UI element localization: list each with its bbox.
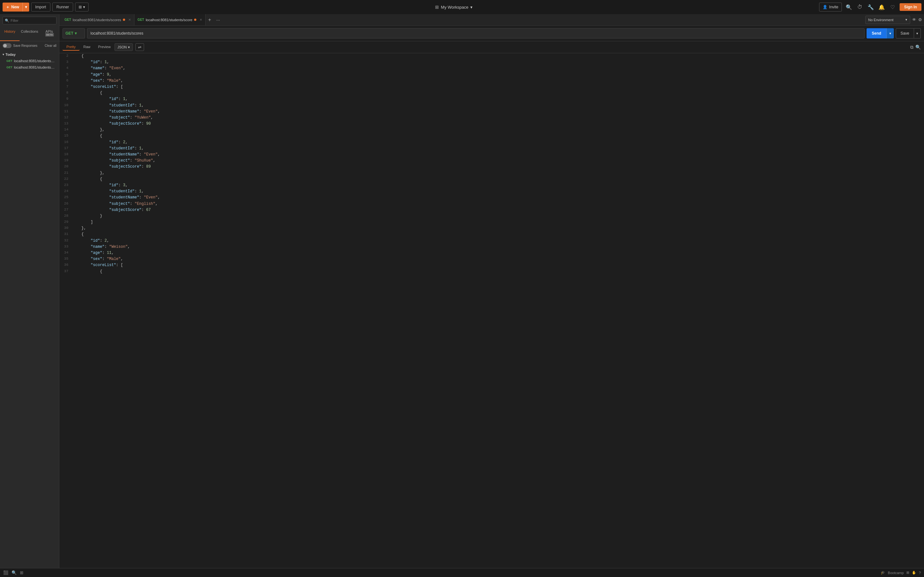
topbar: ＋ New ▾ Import Runner ⊞ ▾ ⊞ My Workspace… bbox=[0, 0, 924, 14]
bottom-layout-icon[interactable]: ⊞ bbox=[20, 570, 23, 575]
save-button[interactable]: Save bbox=[896, 28, 914, 39]
line-number-11: 11 bbox=[59, 109, 72, 115]
line-number-9: 9 bbox=[59, 96, 72, 102]
env-settings-icon[interactable]: ⚙ bbox=[918, 17, 922, 22]
url-input[interactable] bbox=[87, 28, 865, 39]
search-response-icon[interactable]: 🔍 bbox=[915, 45, 921, 50]
bootcamp-label: Bootcamp bbox=[888, 571, 904, 575]
new-button[interactable]: ＋ New ▾ bbox=[3, 3, 29, 11]
bottom-search-icon[interactable]: 🔍 bbox=[11, 570, 17, 575]
more-tabs-button[interactable]: ··· bbox=[214, 17, 223, 23]
invite-button[interactable]: 👤 Invite bbox=[819, 3, 842, 11]
format-type-select[interactable]: JSON ▾ bbox=[115, 43, 133, 51]
add-tab-button[interactable]: + bbox=[206, 14, 214, 26]
send-dropdown-button[interactable]: ▾ bbox=[887, 28, 894, 39]
code-line-6: 6 "sex": "Male", bbox=[59, 78, 924, 84]
format-tab-raw[interactable]: Raw bbox=[79, 44, 94, 51]
history-item-0[interactable]: GET localhost:8081/students/score bbox=[3, 58, 57, 64]
import-button[interactable]: Import bbox=[31, 3, 50, 11]
code-line-25: 25 "studentName": "Even", bbox=[59, 195, 924, 201]
response-code-viewer[interactable]: 2 {3 "id": 1,4 "name": "Even",5 "age": 9… bbox=[59, 53, 924, 568]
code-line-8: 8 { bbox=[59, 90, 924, 96]
request-tab-0[interactable]: GET localhost:8081/students/scores ✕ bbox=[61, 14, 134, 26]
code-line-10: 10 "studentId": 1, bbox=[59, 103, 924, 109]
save-responses-toggle-wrap: Save Responses bbox=[3, 43, 37, 48]
line-content-30: }, bbox=[72, 226, 924, 231]
line-number-4: 4 bbox=[59, 65, 72, 71]
code-line-35: 35 "sex": "Male", bbox=[59, 256, 924, 262]
workspace-button[interactable]: ⊞ My Workspace ▾ bbox=[435, 5, 473, 10]
code-line-23: 23 "id": 3, bbox=[59, 182, 924, 189]
history-item-1[interactable]: GET localhost:8081/students/scores bbox=[3, 64, 57, 71]
bottom-console-icon[interactable]: ⬛ bbox=[3, 570, 8, 575]
bell-icon[interactable]: 🔔 bbox=[878, 4, 885, 10]
code-line-28: 28 } bbox=[59, 213, 924, 219]
format-tab-pretty[interactable]: Pretty bbox=[63, 44, 79, 51]
line-number-33: 33 bbox=[59, 244, 72, 250]
code-line-7: 7 "scoreList": [ bbox=[59, 84, 924, 90]
filter-input[interactable] bbox=[3, 17, 57, 24]
new-dropdown-arrow[interactable]: ▾ bbox=[23, 3, 29, 11]
method-select[interactable]: GET ▾ bbox=[63, 28, 85, 39]
bottom-question-icon[interactable]: ? bbox=[919, 571, 921, 575]
request-tab-1[interactable]: GET localhost:8081/students/score ✕ bbox=[134, 14, 206, 26]
copy-icon[interactable]: ⧉ bbox=[910, 45, 913, 50]
tab-close-1[interactable]: ✕ bbox=[200, 18, 202, 21]
line-content-10: "studentId": 1, bbox=[72, 103, 924, 109]
heart-icon[interactable]: ♡ bbox=[889, 4, 897, 10]
sidebar-controls: Save Responses Clear all bbox=[0, 41, 59, 50]
bottom-right: 🎓 Bootcamp ⊞ ✋ ? bbox=[881, 571, 921, 575]
explore-icon[interactable]: 🔍 bbox=[845, 4, 853, 10]
line-content-6: "sex": "Male", bbox=[72, 78, 924, 84]
grid-icon: ⊞ bbox=[435, 5, 439, 10]
clear-all-button[interactable]: Clear all bbox=[45, 44, 57, 47]
code-line-11: 11 "studentName": "Even", bbox=[59, 109, 924, 115]
line-number-18: 18 bbox=[59, 152, 72, 158]
line-content-27: "subjectScore": 67 bbox=[72, 207, 924, 213]
line-number-27: 27 bbox=[59, 207, 72, 213]
save-responses-toggle[interactable] bbox=[3, 43, 11, 48]
format-tab-preview[interactable]: Preview bbox=[94, 44, 115, 51]
line-content-2: { bbox=[72, 53, 924, 59]
line-content-21: }, bbox=[72, 170, 924, 176]
tab-apis[interactable]: APIs BETA bbox=[39, 27, 59, 41]
line-number-25: 25 bbox=[59, 195, 72, 201]
line-content-14: }, bbox=[72, 127, 924, 133]
line-number-14: 14 bbox=[59, 127, 72, 133]
eye-icon[interactable]: 👁 bbox=[912, 17, 916, 22]
sidebar-tabs: History Collections APIs BETA bbox=[0, 27, 59, 41]
get-label-tab-0: GET bbox=[65, 18, 71, 21]
toggle-knob bbox=[3, 44, 7, 47]
tab-close-0[interactable]: ✕ bbox=[128, 18, 131, 21]
tab-collections[interactable]: Collections bbox=[19, 27, 39, 41]
signin-button[interactable]: Sign In bbox=[900, 3, 921, 11]
code-line-13: 13 "subjectScore": 90 bbox=[59, 121, 924, 127]
code-line-29: 29 ] bbox=[59, 219, 924, 226]
line-content-36: "scoreList": [ bbox=[72, 262, 924, 268]
code-line-4: 4 "name": "Even", bbox=[59, 65, 924, 71]
wrap-button[interactable]: ⇌ bbox=[136, 43, 144, 51]
code-line-27: 27 "subjectScore": 67 bbox=[59, 207, 924, 213]
runner-button[interactable]: Runner bbox=[52, 3, 73, 11]
today-chevron[interactable]: ▾ bbox=[3, 53, 4, 56]
env-chevron: ▾ bbox=[905, 18, 907, 22]
line-content-4: "name": "Even", bbox=[72, 65, 924, 71]
settings-icon[interactable]: 🔧 bbox=[867, 4, 875, 10]
format-tabs: Pretty Raw Preview bbox=[63, 44, 115, 51]
bottom-grid-icon[interactable]: ⊞ bbox=[906, 571, 909, 575]
right-panel: GET localhost:8081/students/scores ✕ GET… bbox=[59, 14, 924, 568]
send-button[interactable]: Send bbox=[867, 28, 886, 39]
line-content-32: "id": 2, bbox=[72, 238, 924, 244]
line-content-29: ] bbox=[72, 219, 924, 226]
bottom-bar: ⬛ 🔍 ⊞ 🎓 Bootcamp ⊞ ✋ ? bbox=[0, 568, 924, 577]
code-line-36: 36 "scoreList": [ bbox=[59, 262, 924, 268]
person-icon: 👤 bbox=[822, 5, 827, 9]
environment-select[interactable]: No Environment ▾ bbox=[865, 16, 910, 24]
layout-button[interactable]: ⊞ ▾ bbox=[75, 3, 89, 11]
line-content-16: "id": 2, bbox=[72, 139, 924, 145]
line-number-6: 6 bbox=[59, 78, 72, 84]
tab-history[interactable]: History bbox=[0, 27, 19, 41]
history-icon[interactable]: ⏱ bbox=[856, 4, 864, 10]
bottom-finger-icon[interactable]: ✋ bbox=[912, 571, 916, 575]
save-dropdown-button[interactable]: ▾ bbox=[914, 28, 921, 39]
